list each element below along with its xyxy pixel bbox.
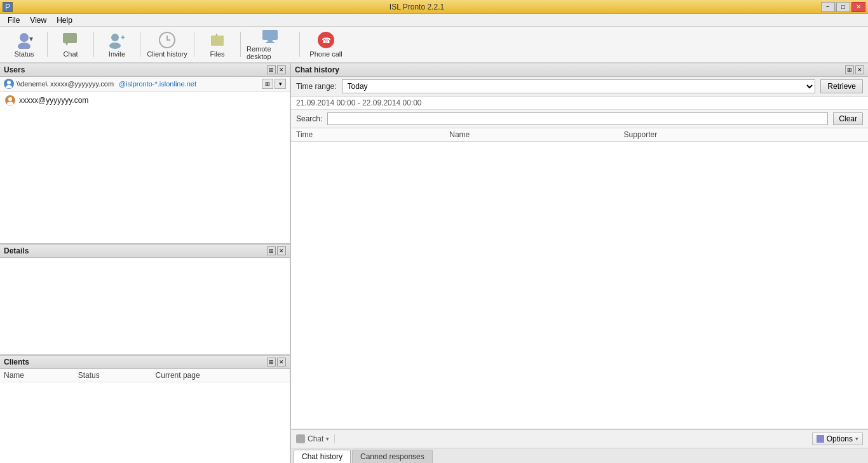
options-button[interactable]: Options ▾	[812, 433, 863, 445]
users-panel-restore-button[interactable]: ⊞	[267, 65, 276, 74]
bottom-tabs: Chat history Canned responses	[291, 448, 868, 463]
clients-col-name: Name	[0, 369, 74, 382]
clear-button[interactable]: Clear	[833, 112, 863, 125]
users-panel-title: Users	[4, 65, 25, 74]
tab-chat-history[interactable]: Chat history	[294, 450, 351, 463]
clients-panel-header: Clients ⊞ ✕	[0, 356, 290, 369]
client-history-icon	[158, 31, 176, 49]
menu-file[interactable]: File	[3, 15, 25, 26]
toolbar-phone-call-button[interactable]: ☎ Phone call	[304, 29, 348, 60]
users-panel-header: Users ⊞ ✕	[0, 64, 290, 77]
toolbar: ▾ Status Chat + Invite	[0, 27, 868, 64]
user-item-icon	[5, 95, 15, 105]
phone-call-icon: ☎	[317, 31, 335, 49]
users-panel-close-button[interactable]: ✕	[277, 65, 286, 74]
clients-panel-controls: ⊞ ✕	[267, 358, 286, 366]
svg-rect-22	[297, 435, 304, 441]
clients-table: Name Status Current page	[0, 369, 290, 382]
svg-marker-12	[211, 33, 217, 36]
date-range-display: 21.09.2014 00:00 - 22.09.2014 00:00	[291, 97, 868, 110]
toolbar-remote-desktop-button[interactable]: Remote desktop	[245, 29, 295, 60]
options-icon	[817, 435, 824, 443]
toolbar-separator-1	[47, 32, 48, 57]
svg-text:+: +	[121, 33, 125, 42]
toolbar-separator-3	[140, 32, 140, 57]
users-panel-controls: ⊞ ✕	[267, 65, 286, 74]
app-icon: P	[3, 2, 13, 12]
minimize-button[interactable]: −	[821, 2, 835, 12]
chat-history-panel-title: Chat history	[295, 65, 339, 74]
chat-history-toolbar: Time range: Today Yesterday Last 7 days …	[291, 77, 868, 97]
chat-history-table-container: Time Name Supporter	[291, 128, 868, 429]
svg-point-3	[18, 43, 31, 49]
time-range-select[interactable]: Today Yesterday Last 7 days Last 30 days…	[342, 79, 816, 93]
svg-rect-14	[268, 40, 273, 42]
svg-marker-6	[65, 43, 68, 46]
users-nav-domain: @islpronto-*.islonline.net	[119, 80, 196, 88]
clients-panel-restore-button[interactable]: ⊞	[267, 358, 276, 366]
chat-bottom-label: Chat	[308, 434, 323, 443]
details-panel-restore-button[interactable]: ⊞	[267, 246, 276, 255]
maximize-button[interactable]: □	[836, 2, 850, 12]
details-panel: Details ⊞ ✕	[0, 245, 290, 356]
close-button[interactable]: ✕	[851, 2, 865, 12]
toolbar-chat-button[interactable]: Chat	[51, 29, 90, 60]
options-arrow[interactable]: ▾	[855, 436, 858, 442]
svg-point-2	[20, 33, 29, 42]
chat-btn-area: Chat ▾	[296, 434, 335, 443]
toolbar-client-history-button[interactable]: Client history	[144, 29, 190, 60]
svg-text:▾: ▾	[29, 34, 33, 43]
menu-view[interactable]: View	[25, 15, 51, 26]
retrieve-button[interactable]: Retrieve	[820, 79, 863, 93]
toolbar-separator-6	[299, 32, 300, 57]
svg-point-7	[111, 34, 119, 41]
chat-small-icon	[296, 434, 305, 443]
chat-history-restore-button[interactable]: ⊞	[845, 65, 854, 74]
chat-history-panel: Chat history ⊞ ✕ Time range: Today Yeste…	[290, 64, 868, 463]
tab-canned-responses[interactable]: Canned responses	[352, 450, 433, 463]
list-item[interactable]: xxxxx@yyyyyyy.com	[3, 94, 287, 107]
remote-desktop-icon	[261, 29, 279, 44]
users-nav-email: xxxxx@yyyyyyy.com	[50, 80, 114, 88]
svg-point-21	[7, 102, 13, 105]
chat-dropdown-arrow[interactable]: ▾	[326, 436, 329, 442]
users-nav-expand-button[interactable]: ⊞	[262, 79, 273, 89]
toolbar-separator-5	[240, 32, 241, 57]
toolbar-phone-call-label: Phone call	[309, 50, 342, 58]
status-icon: ▾	[15, 31, 33, 49]
toolbar-separator-4	[194, 32, 194, 57]
menu-help[interactable]: Help	[51, 15, 78, 26]
options-label: Options	[827, 434, 853, 443]
user-avatar-small	[4, 79, 14, 89]
files-icon	[208, 31, 226, 49]
search-input[interactable]	[327, 112, 828, 125]
title-bar: P ISL Pronto 2.2.1 − □ ✕	[0, 0, 868, 14]
svg-point-20	[8, 97, 12, 101]
toolbar-status-button[interactable]: ▾ Status	[5, 29, 43, 60]
users-nav: \\deneme\ xxxxx@yyyyyyy.com @islpronto-*…	[0, 77, 290, 91]
svg-rect-24	[817, 435, 824, 443]
clients-panel-content: Name Status Current page	[0, 369, 290, 463]
history-col-time: Time	[291, 128, 444, 142]
clients-panel-close-button[interactable]: ✕	[277, 358, 286, 366]
title-bar-left: P	[3, 2, 13, 12]
chat-history-close-button[interactable]: ✕	[855, 65, 864, 74]
history-table: Time Name Supporter	[291, 128, 868, 142]
clients-col-current-page: Current page	[152, 369, 290, 382]
toolbar-separator-2	[93, 32, 94, 57]
users-nav-path: \\deneme\	[17, 80, 48, 88]
details-panel-title: Details	[4, 246, 29, 255]
title-bar-controls: − □ ✕	[821, 2, 865, 12]
users-list: xxxxx@yyyyyyy.com	[0, 91, 290, 243]
chat-history-panel-header: Chat history ⊞ ✕	[291, 64, 868, 77]
time-range-label: Time range:	[296, 82, 337, 91]
toolbar-invite-button[interactable]: + Invite	[98, 29, 136, 60]
details-panel-controls: ⊞ ✕	[267, 246, 286, 255]
toolbar-invite-label: Invite	[109, 50, 125, 58]
chat-bottom-bar: Chat ▾ Options ▾	[291, 429, 868, 448]
toolbar-files-button[interactable]: Files	[198, 29, 236, 60]
users-nav-dropdown-button[interactable]: ▾	[275, 79, 286, 89]
svg-rect-11	[211, 36, 224, 46]
toolbar-client-history-label: Client history	[147, 50, 187, 58]
details-panel-close-button[interactable]: ✕	[277, 246, 286, 255]
